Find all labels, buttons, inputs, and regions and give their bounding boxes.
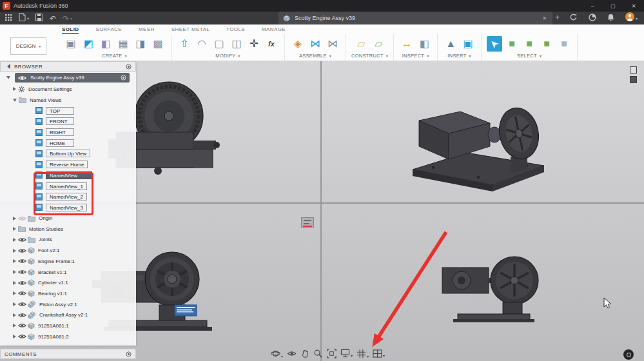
activate-radio-icon[interactable] — [121, 75, 126, 81]
expand-arrow-icon[interactable] — [13, 238, 16, 242]
ribbon-tab-surface[interactable]: SURFACE — [95, 26, 122, 34]
tree-item-joints[interactable]: Joints — [0, 235, 136, 246]
look-at-button[interactable] — [286, 348, 298, 359]
tree-item-bottom-up-view[interactable]: Bottom Up View — [0, 148, 136, 159]
ribbon-group-label[interactable]: CREATE▾ — [102, 53, 127, 59]
root-component-bar[interactable]: Scotty Engine Assy v39 — [15, 73, 130, 83]
expand-arrow-icon[interactable] — [13, 291, 16, 295]
expand-arrow-icon[interactable] — [6, 76, 10, 79]
fit-button[interactable] — [326, 348, 338, 359]
tree-root-row[interactable]: Scotty Engine Assy v39 — [0, 72, 136, 84]
tree-item-motion-studies[interactable]: Motion Studies — [0, 224, 136, 235]
select-cursor-icon[interactable]: ➤ — [487, 36, 502, 52]
save-button[interactable] — [33, 12, 46, 24]
visibility-eye-icon[interactable] — [18, 237, 26, 243]
new-component-icon[interactable]: ◈ — [290, 36, 306, 52]
visibility-eye-icon[interactable] — [18, 301, 26, 307]
assistant-button[interactable] — [623, 349, 634, 360]
canvas-mini-button[interactable] — [630, 66, 637, 73]
tree-item-label[interactable]: Bearing v1:1 — [38, 291, 67, 297]
visibility-eye-icon[interactable] — [18, 258, 26, 264]
tree-item-label[interactable]: 91251A081:2 — [38, 334, 69, 340]
visibility-eye-icon[interactable] — [18, 248, 26, 254]
tree-item-label[interactable]: Bottom Up View — [46, 150, 90, 157]
as-built-joint-icon[interactable]: ⋈ — [325, 36, 340, 52]
expand-arrow-icon[interactable] — [13, 227, 16, 231]
expand-arrow-icon[interactable] — [13, 99, 17, 102]
undo-button[interactable]: ↶ — [47, 12, 59, 24]
tree-item-label[interactable]: 91251A081:1 — [38, 323, 69, 329]
tree-item-document-settings[interactable]: Document Settings — [0, 84, 136, 95]
measure-icon[interactable]: ↔ — [399, 36, 415, 52]
expand-arrow-icon[interactable] — [13, 313, 16, 317]
tree-item-right[interactable]: RIGHT — [0, 127, 136, 138]
create-form-icon[interactable]: ◧ — [98, 36, 113, 52]
new-tab-button[interactable]: + — [555, 13, 560, 22]
visibility-eye-icon[interactable] — [18, 215, 26, 222]
visibility-eye-icon[interactable] — [18, 312, 26, 318]
notifications-button[interactable] — [605, 12, 617, 24]
offset-plane-icon[interactable]: ▱ — [353, 36, 369, 52]
viewports-button[interactable]: ▾ — [371, 349, 386, 358]
redo-button[interactable]: ↷▾ — [60, 12, 75, 24]
ribbon-group-label[interactable]: INSPECT▾ — [402, 53, 429, 59]
expand-arrow-icon[interactable] — [13, 302, 16, 306]
app-menu-button[interactable] — [3, 12, 15, 24]
ribbon-group-label[interactable]: MODIFY▾ — [215, 53, 240, 59]
expand-arrow-icon[interactable] — [13, 259, 16, 263]
visibility-eye-icon[interactable] — [18, 269, 26, 275]
comments-expand-icon[interactable] — [126, 351, 132, 357]
tree-item-label[interactable]: Foot v2:1 — [38, 248, 59, 253]
expand-arrow-icon[interactable] — [13, 324, 16, 327]
zoom-button[interactable] — [312, 348, 324, 359]
display-settings-button[interactable]: ▾ — [339, 348, 354, 358]
tree-item-engine-frame-1[interactable]: Engine Frame:1 — [0, 256, 136, 267]
select-priority-icon[interactable]: ■ — [556, 36, 572, 52]
pattern-icon[interactable]: ▩ — [150, 36, 166, 52]
file-menu-button[interactable]: ▾ — [16, 12, 32, 24]
profile-button[interactable]: ▾ — [623, 12, 640, 24]
tree-item-label[interactable]: Reverse Home — [46, 161, 88, 168]
tree-item-label[interactable]: Document Settings — [28, 86, 72, 92]
ribbon-tab-mesh[interactable]: MESH — [139, 26, 155, 34]
joint-icon[interactable]: ⋈ — [307, 36, 323, 52]
grid-and-snaps-button[interactable]: ▾ — [355, 348, 370, 359]
pan-button[interactable] — [299, 348, 311, 359]
insert-mesh-icon[interactable]: ▲ — [443, 36, 458, 52]
tree-item-label[interactable]: Engine Frame:1 — [38, 259, 75, 264]
press-pull-icon[interactable]: ⇧ — [177, 36, 192, 52]
ribbon-tab-sheet-metal[interactable]: SHEET METAL — [171, 26, 210, 34]
window-select-icon[interactable]: ■ — [504, 36, 520, 52]
tree-item-label[interactable]: Cylinder v1:1 — [38, 280, 68, 286]
tree-item-label[interactable]: TOP — [46, 107, 74, 115]
ribbon-group-label[interactable]: SELECT▾ — [517, 53, 542, 59]
tree-item-reverse-home[interactable]: Reverse Home — [0, 159, 136, 170]
ribbon-group-label[interactable]: CONSTRUCT▾ — [351, 53, 388, 59]
tree-item-top[interactable]: TOP — [0, 105, 136, 116]
expand-arrow-icon[interactable] — [13, 87, 16, 91]
midplane-icon[interactable]: ▱ — [371, 36, 386, 52]
tree-item-label[interactable]: HOME — [46, 139, 74, 147]
ribbon-tab-tools[interactable]: TOOLS — [226, 26, 245, 34]
viewport-split-vertical[interactable] — [320, 61, 322, 361]
ribbon-tab-solid[interactable]: SOLID — [62, 26, 79, 34]
tree-item-cylinder-v1-1[interactable]: Cylinder v1:1 — [0, 277, 136, 288]
visibility-eye-icon[interactable] — [18, 322, 26, 329]
visibility-eye-icon[interactable] — [18, 280, 26, 286]
tree-item-label[interactable]: Crankshaft Assy v2:1 — [39, 312, 88, 318]
tree-item-label[interactable]: FRONT — [46, 117, 74, 125]
shell-icon[interactable]: ▢ — [211, 36, 227, 52]
combine-icon[interactable]: ◫ — [229, 36, 244, 52]
collapse-panel-icon[interactable] — [5, 64, 10, 69]
tree-item-piston-assy-v2-1[interactable]: Piston Assy v2:1 — [0, 299, 136, 310]
close-button[interactable]: ✕ — [623, 0, 644, 12]
expand-arrow-icon[interactable] — [13, 335, 16, 338]
tree-item-label[interactable]: Piston Assy v2:1 — [39, 302, 77, 307]
tree-item-foot-v2-1[interactable]: Foot v2:1 — [0, 245, 136, 256]
orbit-button[interactable]: ▾ — [269, 348, 284, 359]
create-sketch-icon[interactable]: ◩ — [81, 36, 96, 52]
comments-bar[interactable]: COMMENTS — [0, 349, 136, 359]
tree-item-label[interactable]: RIGHT — [46, 128, 74, 136]
tree-item-crankshaft-assy-v2-1[interactable]: Crankshaft Assy v2:1 — [0, 309, 136, 320]
tree-item-91251a081-1[interactable]: 91251A081:1 — [0, 320, 136, 331]
